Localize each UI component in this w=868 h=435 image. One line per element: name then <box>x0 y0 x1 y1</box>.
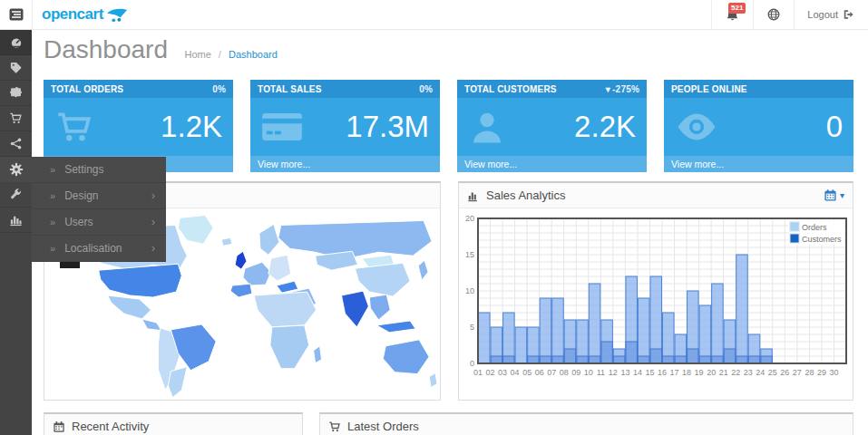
svg-text:01: 01 <box>473 368 483 377</box>
credit-card-icon <box>261 111 303 142</box>
sales-analytics-panel: Sales Analytics ▾ 05 <box>458 181 853 401</box>
sidebar-item-extensions[interactable] <box>0 81 32 106</box>
panel-title: Recent Activity <box>72 420 149 433</box>
submenu-item-settings[interactable]: » Settings <box>32 157 166 183</box>
svg-text:20: 20 <box>707 368 716 377</box>
notifications-button[interactable]: 521 <box>711 0 753 29</box>
sales-chart-svg: 0510152001020304050607080910111213141516… <box>459 208 853 400</box>
sidebar-item-reports[interactable] <box>0 208 32 233</box>
svg-text:20: 20 <box>465 214 474 223</box>
user-icon <box>468 110 506 144</box>
sidebar-item-sales[interactable] <box>0 106 32 131</box>
share-alt-icon <box>9 137 23 150</box>
shopping-cart-icon <box>9 111 23 125</box>
date-range-button[interactable]: ▾ <box>824 188 844 202</box>
svg-text:14: 14 <box>633 368 642 377</box>
opencart-logo[interactable]: opencart <box>33 0 137 29</box>
svg-text:10: 10 <box>584 368 593 377</box>
svg-text:23: 23 <box>744 368 753 377</box>
sidebar-item-catalog[interactable] <box>0 55 32 81</box>
svg-text:27: 27 <box>793 368 802 377</box>
page-title: Dashboard <box>44 35 168 64</box>
opencart-logo-mark-icon <box>106 7 128 23</box>
tile-total-sales: TOTAL SALES 0% 17.3M View more... <box>250 80 440 172</box>
double-angle-icon: » <box>50 217 55 227</box>
svg-text:09: 09 <box>571 368 580 377</box>
svg-text:25: 25 <box>768 368 777 377</box>
recent-activity-panel: Recent Activity <box>44 412 303 435</box>
double-angle-icon: » <box>50 190 55 201</box>
svg-text:15: 15 <box>465 250 474 259</box>
topbar-right: 521 Logout <box>711 0 868 29</box>
breadcrumb-home-link[interactable]: Home <box>184 49 210 60</box>
svg-text:05: 05 <box>522 368 532 377</box>
breadcrumb-separator: / <box>219 49 221 60</box>
svg-text:22: 22 <box>731 368 740 377</box>
svg-text:15: 15 <box>645 368 654 377</box>
svg-text:13: 13 <box>620 368 629 377</box>
view-more-link[interactable]: View more... <box>250 156 440 172</box>
bar-chart-icon <box>467 189 480 202</box>
tile-value: 1.2K <box>161 110 222 144</box>
svg-text:18: 18 <box>682 368 691 377</box>
tag-icon <box>9 61 23 74</box>
globe-icon <box>766 7 781 22</box>
recent-activity-header: Recent Activity <box>44 414 302 435</box>
view-more-link[interactable]: View more... <box>457 156 647 172</box>
latest-orders-panel: Latest Orders <box>319 412 853 435</box>
svg-text:29: 29 <box>817 368 826 377</box>
sidebar-item-dashboard[interactable] <box>0 30 32 55</box>
legend-label: Customers <box>802 235 842 244</box>
svg-text:07: 07 <box>547 368 556 377</box>
tile-title: TOTAL ORDERS <box>51 84 123 94</box>
tile-value: 2.2K <box>574 110 636 144</box>
collapse-menu-button[interactable] <box>0 0 33 29</box>
svg-text:08: 08 <box>560 368 569 377</box>
chevron-right-icon: › <box>151 242 155 255</box>
svg-text:03: 03 <box>498 368 507 377</box>
svg-text:16: 16 <box>658 368 667 377</box>
caret-down-icon: ▾ <box>606 84 610 94</box>
chevron-right-icon: › <box>151 189 155 202</box>
double-angle-icon: » <box>50 164 55 175</box>
sales-chart: 0510152001020304050607080910111213141516… <box>459 208 853 400</box>
stores-button[interactable] <box>753 0 794 29</box>
system-submenu: » Settings » Design › » Users › » Locali… <box>32 157 166 262</box>
sign-out-icon <box>843 8 855 21</box>
tile-total-customers: TOTAL CUSTOMERS ▾ -275% 2.2K View more..… <box>457 80 647 172</box>
tile-delta: ▾ -275% <box>606 84 639 94</box>
shopping-cart-icon <box>328 420 341 433</box>
sidebar-item-tools[interactable] <box>0 182 32 208</box>
tile-value: 17.3M <box>346 110 429 144</box>
submenu-item-design[interactable]: » Design › <box>32 183 166 209</box>
legend-label: Orders <box>802 223 827 232</box>
svg-text:10: 10 <box>465 286 474 295</box>
tile-title: TOTAL CUSTOMERS <box>464 84 557 94</box>
view-more-link[interactable]: View more... <box>664 156 853 172</box>
submenu-notch <box>60 262 80 268</box>
svg-text:28: 28 <box>805 368 814 377</box>
sidebar-item-marketing[interactable] <box>0 131 32 157</box>
sales-analytics-header: Sales Analytics ▾ <box>459 183 853 208</box>
sidebar-item-system[interactable] <box>0 157 32 182</box>
tile-title: PEOPLE ONLINE <box>671 84 747 94</box>
calendar-icon <box>53 420 65 433</box>
logout-button[interactable]: Logout <box>794 0 868 29</box>
dashboard-gauge-icon <box>9 35 24 50</box>
gear-icon <box>9 162 24 177</box>
logo-text: opencart <box>42 5 103 24</box>
svg-text:26: 26 <box>780 368 789 377</box>
shopping-cart-icon <box>54 109 96 145</box>
calendar-icon <box>824 188 837 202</box>
svg-text:24: 24 <box>756 368 765 377</box>
svg-text:17: 17 <box>670 368 679 377</box>
breadcrumb-current-link[interactable]: Dashboard <box>229 49 278 60</box>
panel-title: Sales Analytics <box>486 188 565 202</box>
eye-icon <box>675 111 718 142</box>
opencart-admin-dashboard: opencart 521 Logou <box>0 0 868 435</box>
double-angle-icon: » <box>50 243 55 254</box>
page-header: Dashboard Home / Dashboard <box>44 35 278 64</box>
submenu-item-localisation[interactable]: » Localisation › <box>32 236 166 262</box>
svg-text:06: 06 <box>535 368 544 377</box>
submenu-item-users[interactable]: » Users › <box>32 209 166 236</box>
